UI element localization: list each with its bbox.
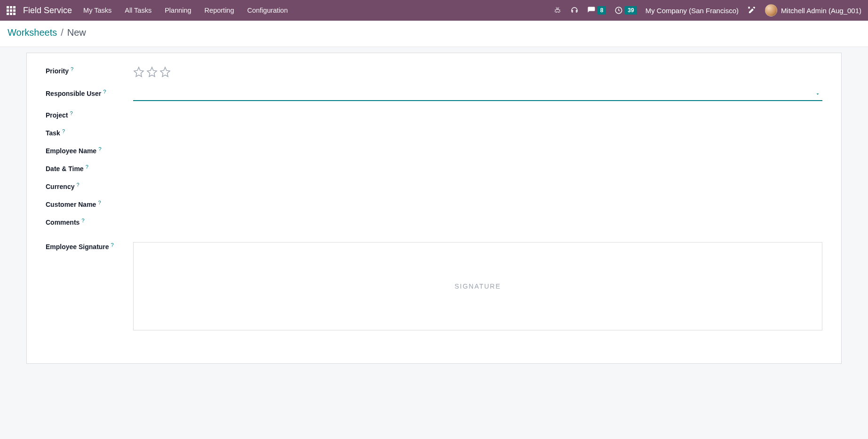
row-priority: Priority ?: [46, 66, 822, 79]
help-icon[interactable]: ?: [81, 218, 84, 223]
user-menu[interactable]: Mitchell Admin (Aug_001): [765, 4, 861, 16]
row-currency: Currency ?: [46, 182, 822, 190]
priority-stars: [133, 66, 822, 79]
label-task: Task ?: [46, 128, 133, 137]
messages-button[interactable]: 8: [587, 6, 606, 15]
signature-placeholder: SIGNATURE: [454, 282, 501, 290]
messages-badge: 8: [597, 6, 606, 15]
row-project: Project ?: [46, 110, 822, 119]
tools-icon[interactable]: [747, 6, 757, 15]
activities-button[interactable]: 39: [614, 6, 637, 15]
nav-my-tasks[interactable]: My Tasks: [83, 7, 111, 14]
apps-icon[interactable]: [7, 6, 16, 15]
label-priority: Priority ?: [46, 66, 133, 75]
star-icon[interactable]: [146, 66, 158, 79]
responsible-user-field: [133, 89, 822, 101]
nav-right: 8 39 My Company (San Francisco) Mitchell…: [553, 4, 861, 16]
nav-planning[interactable]: Planning: [165, 7, 191, 14]
activities-badge: 39: [625, 6, 637, 15]
user-name: Mitchell Admin (Aug_001): [781, 7, 861, 15]
responsible-user-input[interactable]: [133, 89, 822, 100]
help-icon[interactable]: ?: [76, 182, 79, 188]
app-brand[interactable]: Field Service: [23, 6, 72, 16]
help-icon[interactable]: ?: [86, 164, 88, 170]
help-icon[interactable]: ?: [111, 242, 114, 248]
row-employee-name: Employee Name ?: [46, 146, 822, 155]
star-icon[interactable]: [159, 66, 171, 79]
breadcrumb-separator: /: [61, 27, 64, 38]
label-project: Project ?: [46, 110, 133, 119]
label-currency: Currency ?: [46, 182, 133, 190]
label-customer-name: Customer Name ?: [46, 200, 133, 208]
star-icon[interactable]: [133, 66, 144, 79]
label-employee-signature: Employee Signature ?: [46, 242, 133, 251]
row-employee-signature: Employee Signature ? SIGNATURE: [46, 242, 822, 330]
row-comments: Comments ?: [46, 218, 822, 226]
nav-all-tasks[interactable]: All Tasks: [125, 7, 151, 14]
company-selector[interactable]: My Company (San Francisco): [645, 7, 739, 15]
help-icon[interactable]: ?: [98, 146, 101, 152]
avatar: [765, 4, 777, 16]
breadcrumb-bar: Worksheets / New: [0, 21, 868, 47]
help-icon[interactable]: ?: [71, 66, 73, 72]
row-date-time: Date & Time ?: [46, 164, 822, 172]
top-navbar: Field Service My Tasks All Tasks Plannin…: [0, 0, 868, 21]
help-icon[interactable]: ?: [70, 110, 72, 116]
label-date-time: Date & Time ?: [46, 164, 133, 172]
bug-icon[interactable]: [553, 6, 562, 15]
nav-configuration[interactable]: Configuration: [247, 7, 287, 14]
row-responsible-user: Responsible User ?: [46, 89, 822, 101]
row-customer-name: Customer Name ?: [46, 200, 822, 208]
row-task: Task ?: [46, 128, 822, 137]
breadcrumb: Worksheets / New: [8, 27, 860, 38]
help-icon[interactable]: ?: [98, 200, 101, 205]
breadcrumb-parent[interactable]: Worksheets: [8, 27, 57, 38]
form-sheet: Priority ? Responsible User ?: [26, 53, 842, 364]
nav-menu: My Tasks All Tasks Planning Reporting Co…: [83, 7, 288, 14]
help-icon[interactable]: ?: [62, 128, 65, 134]
label-employee-name: Employee Name ?: [46, 146, 133, 155]
support-icon[interactable]: [570, 6, 579, 15]
help-icon[interactable]: ?: [103, 89, 106, 94]
nav-reporting[interactable]: Reporting: [205, 7, 234, 14]
content-area: Priority ? Responsible User ?: [0, 47, 868, 375]
signature-box[interactable]: SIGNATURE: [133, 242, 822, 330]
label-comments: Comments ?: [46, 218, 133, 226]
chevron-down-icon[interactable]: [815, 90, 820, 99]
breadcrumb-current: New: [67, 27, 86, 38]
label-responsible-user: Responsible User ?: [46, 89, 133, 97]
